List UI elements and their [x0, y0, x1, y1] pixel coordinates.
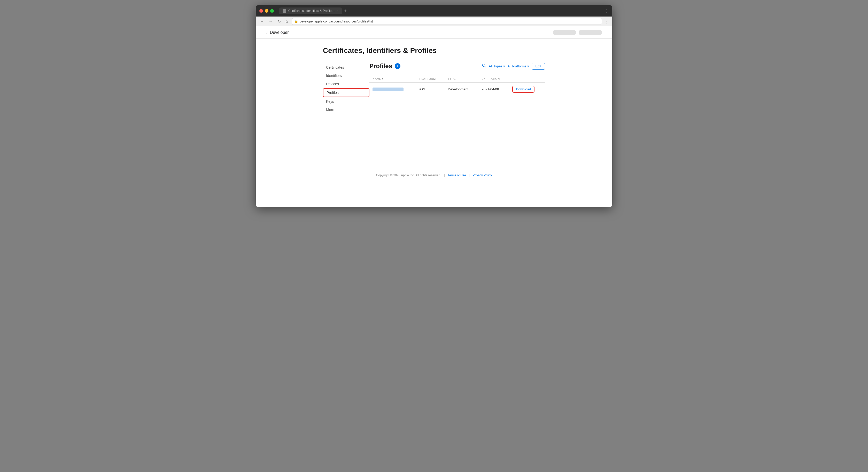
traffic-lights: [259, 9, 274, 13]
panel-controls: All Types ▾ All Platforms ▾ Edit: [482, 63, 545, 70]
refresh-button[interactable]: ↻: [276, 18, 282, 24]
add-profile-button[interactable]: +: [395, 63, 400, 69]
apple-logo-area:  Developer: [266, 30, 289, 35]
browser-window: Certificates, Identifiers & Profile… × +…: [256, 5, 612, 207]
close-traffic-light[interactable]: [259, 9, 263, 13]
col-header-expiration: EXPIRATION: [478, 75, 509, 83]
download-button[interactable]: Download: [512, 86, 534, 93]
fullscreen-traffic-light[interactable]: [270, 9, 274, 13]
header-pill-1: [553, 30, 576, 35]
profile-expiration-cell: 2021/04/08: [478, 83, 509, 96]
sidebar-item-certificates[interactable]: Certificates: [323, 64, 369, 71]
sort-icon: ▾: [382, 77, 383, 80]
minimize-traffic-light[interactable]: [265, 9, 269, 13]
address-bar[interactable]: 🔒 developer.apple.com/account/resources/…: [292, 18, 602, 25]
table-body: iOS Development 2021/04/08 Download: [369, 83, 545, 96]
panel-title: Profiles: [369, 62, 392, 70]
profile-platform-cell: iOS: [416, 83, 445, 96]
tab-title: Certificates, Identifiers & Profile…: [288, 9, 335, 13]
panel-title-area: Profiles +: [369, 62, 400, 70]
browser-toolbar: ← → ↻ ⌂ 🔒 developer.apple.com/account/re…: [256, 17, 612, 26]
header-right: [553, 30, 602, 35]
main-panel: Profiles + All Types: [369, 62, 545, 114]
main-container: Certificates, Identifiers & Profiles Cer…: [318, 39, 550, 190]
url-text: developer.apple.com/account/resources/pr…: [300, 20, 373, 23]
browser-more-button[interactable]: ⋮: [604, 19, 609, 24]
chevron-down-icon-2: ▾: [527, 64, 529, 68]
col-header-platform: PLATFORM: [416, 75, 445, 83]
forward-button[interactable]: →: [268, 19, 274, 24]
apple-logo-icon: : [266, 30, 268, 35]
chevron-down-icon: ▾: [503, 64, 505, 68]
panel-header: Profiles + All Types: [369, 62, 545, 70]
all-types-filter[interactable]: All Types ▾: [489, 64, 505, 68]
footer-separator-1: |: [444, 174, 445, 177]
profiles-table: NAME ▾ PLATFORM TYPE EXPIRATION: [369, 75, 545, 96]
sidebar-item-profiles[interactable]: Profiles: [323, 88, 369, 97]
home-button[interactable]: ⌂: [284, 19, 289, 24]
edit-button[interactable]: Edit: [532, 63, 545, 70]
browser-titlebar: Certificates, Identifiers & Profile… × +…: [256, 5, 612, 17]
page-title: Certificates, Identifiers & Profiles: [318, 46, 550, 55]
active-tab[interactable]: Certificates, Identifiers & Profile… ×: [279, 7, 342, 14]
header-pill-2: [579, 30, 602, 35]
copyright-text: Copyright © 2020 Apple Inc. All rights r…: [376, 174, 441, 177]
new-tab-button[interactable]: +: [344, 8, 347, 14]
page-footer: Copyright © 2020 Apple Inc. All rights r…: [318, 166, 550, 182]
tab-bar: Certificates, Identifiers & Profile… × +: [279, 7, 601, 14]
lock-icon: 🔒: [294, 20, 298, 23]
all-platforms-filter[interactable]: All Platforms ▾: [507, 64, 529, 68]
col-header-type: TYPE: [444, 75, 478, 83]
sidebar-item-keys[interactable]: Keys: [323, 98, 369, 105]
search-button[interactable]: [482, 64, 486, 69]
svg-line-1: [485, 66, 486, 67]
apple-header:  Developer: [256, 26, 612, 39]
table-header: NAME ▾ PLATFORM TYPE EXPIRATION: [369, 75, 545, 83]
sidebar-item-devices[interactable]: Devices: [323, 80, 369, 88]
profile-type-cell: Development: [444, 83, 478, 96]
terms-of-use-link[interactable]: Terms of Use: [448, 174, 466, 177]
privacy-policy-link[interactable]: Privacy Policy: [473, 174, 492, 177]
col-header-action: [509, 75, 545, 83]
content-area: Certificates Identifiers Devices Profile…: [318, 62, 550, 114]
sidebar-item-identifiers[interactable]: Identifiers: [323, 72, 369, 80]
page-content:  Developer Certificates, Identifiers & …: [256, 26, 612, 207]
sidebar-item-more[interactable]: More: [323, 106, 369, 114]
profile-name-cell: [369, 83, 416, 96]
tab-favicon: [283, 9, 286, 13]
back-button[interactable]: ←: [259, 19, 265, 24]
developer-label: Developer: [270, 30, 289, 35]
profile-name-redacted: [373, 88, 404, 91]
browser-menu-button[interactable]: ⋮: [604, 8, 609, 14]
sidebar: Certificates Identifiers Devices Profile…: [323, 62, 369, 114]
table-row: iOS Development 2021/04/08 Download: [369, 83, 545, 96]
footer-separator-2: |: [469, 174, 470, 177]
col-header-name: NAME ▾: [369, 75, 416, 83]
tab-close-icon[interactable]: ×: [337, 9, 338, 12]
profile-action-cell: Download: [509, 83, 545, 96]
